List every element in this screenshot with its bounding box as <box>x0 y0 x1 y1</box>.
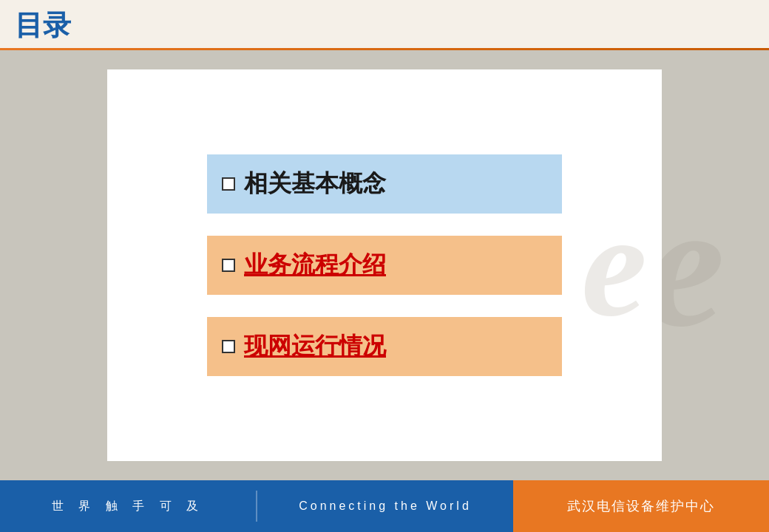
menu-item-1[interactable]: 相关基本概念 <box>207 154 562 214</box>
footer-left-text: 世 界 触 手 可 及 <box>52 499 204 514</box>
slide-watermark: e <box>581 191 647 339</box>
footer-center-text: Connecting the World <box>299 499 472 513</box>
menu-item-3[interactable]: 现网运行情况 <box>207 317 562 376</box>
menu-label-3: 现网运行情况 <box>244 330 386 363</box>
footer-center: Connecting the World <box>257 499 513 513</box>
menu-label-1: 相关基本概念 <box>244 168 386 200</box>
page-title: 目录 <box>15 7 71 44</box>
footer-right-text: 武汉电信设备维护中心 <box>567 497 715 515</box>
checkbox-1 <box>222 177 235 191</box>
footer: 世 界 触 手 可 及 Connecting the World 武汉电信设备维… <box>0 480 769 532</box>
menu-label-2: 业务流程介绍 <box>244 249 386 282</box>
checkbox-3 <box>222 340 235 353</box>
menu-item-2[interactable]: 业务流程介绍 <box>207 236 562 295</box>
checkbox-2 <box>222 259 235 272</box>
slide-area: e 相关基本概念 业务流程介绍 现网运行情况 <box>107 69 662 461</box>
footer-right: 武汉电信设备维护中心 <box>513 480 769 532</box>
header: 目录 <box>0 0 769 50</box>
footer-left: 世 界 触 手 可 及 <box>0 499 256 514</box>
main-content: e e 相关基本概念 业务流程介绍 现网运行情况 <box>0 50 769 480</box>
